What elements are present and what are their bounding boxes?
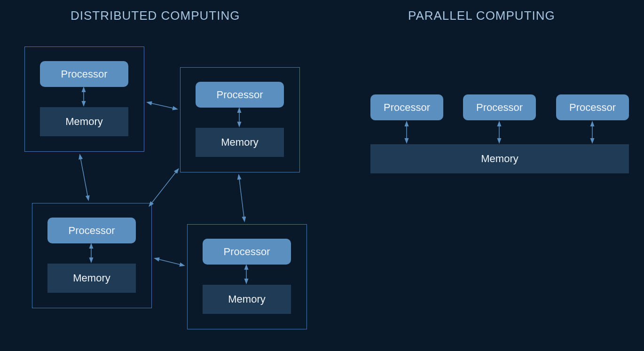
distributed-node: Processor Memory <box>24 47 144 152</box>
distributed-title: DISTRIBUTED COMPUTING <box>71 8 240 23</box>
memory-box: Memory <box>40 107 128 136</box>
memory-box: Memory <box>196 128 284 157</box>
parallel-title: PARALLEL COMPUTING <box>408 8 555 23</box>
svg-line-4 <box>148 102 177 109</box>
processor-box: Processor <box>40 61 128 87</box>
memory-box: Memory <box>47 264 136 293</box>
svg-line-5 <box>80 155 88 200</box>
svg-line-8 <box>155 258 184 265</box>
shared-memory-box: Memory <box>370 144 629 173</box>
processor-box: Processor <box>556 94 629 120</box>
processor-box: Processor <box>47 218 136 243</box>
processor-box: Processor <box>203 239 291 265</box>
processor-box: Processor <box>370 94 443 120</box>
processor-box: Processor <box>196 82 284 108</box>
svg-line-6 <box>149 169 178 206</box>
distributed-node: Processor Memory <box>32 203 152 308</box>
distributed-node: Processor Memory <box>180 67 300 172</box>
processor-box: Processor <box>463 94 536 120</box>
svg-line-7 <box>239 175 244 221</box>
distributed-node: Processor Memory <box>187 224 307 329</box>
memory-box: Memory <box>203 285 291 314</box>
